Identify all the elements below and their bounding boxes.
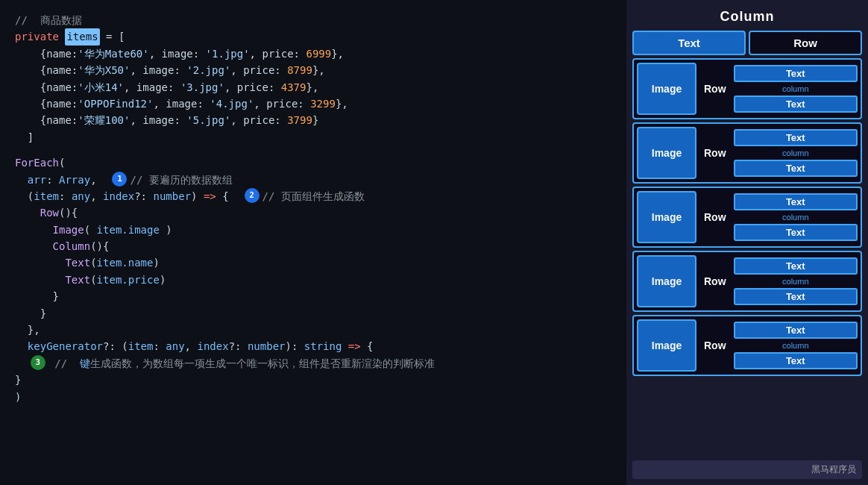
text-chip-price-2: Text: [734, 160, 858, 177]
code-key-comment: 3 // 键生成函数，为数组每一项生成一个唯一标识，组件是否重新渲染的判断标准: [15, 355, 611, 372]
badge-1: 1: [112, 172, 127, 187]
text-chip-name-3: Text: [734, 193, 858, 210]
column-box-5: Text column Text: [734, 322, 858, 369]
row-label-5: Row: [699, 340, 731, 351]
text-button[interactable]: Text: [632, 31, 746, 55]
code-line-comment1: // 商品数据: [15, 12, 611, 28]
ui-title: Column: [632, 6, 862, 31]
image-box-4: Image: [637, 255, 696, 307]
bottom-bar: 黑马程序员: [632, 460, 862, 479]
code-keygen: keyGenerator?: (item: any, index?: numbe…: [15, 338, 611, 354]
badge-2: 2: [245, 188, 260, 203]
row-button[interactable]: Row: [749, 31, 862, 55]
row-label-1: Row: [699, 83, 731, 95]
code-line-private: private items = [: [15, 28, 611, 45]
ui-panel: Column Text Row Image Row Text column Te…: [626, 0, 868, 485]
code-image: Image( item.image ): [15, 222, 611, 238]
badge-3: 3: [31, 355, 45, 370]
code-row-close: }: [15, 305, 611, 322]
column-box-2: Text column Text: [734, 129, 858, 177]
code-item-fn: (item: any, index?: number) => { 2 // 页面…: [15, 188, 611, 204]
text-chip-price-4: Text: [734, 288, 858, 305]
bottom-label: 黑马程序员: [811, 464, 856, 475]
kw-private: private: [15, 28, 65, 45]
column-label-5: column: [734, 341, 858, 350]
code-item-2: {name:'华为X50', image: '2.jpg', price: 87…: [15, 62, 611, 78]
code-item-4: {name:'OPPOFind12', image: '4.jpg', pric…: [15, 96, 611, 112]
product-row-1: Image Row Text column Text: [632, 58, 862, 119]
row-label-4: Row: [699, 275, 731, 287]
column-box-3: Text column Text: [734, 193, 858, 241]
product-row-2: Image Row Text column Text: [632, 122, 862, 184]
text-chip-name-1: Text: [734, 65, 858, 82]
product-row-3: Image Row Text column Text: [632, 187, 862, 248]
text-chip-price-3: Text: [734, 224, 858, 241]
column-label-1: column: [734, 84, 858, 93]
row-label-3: Row: [699, 211, 731, 223]
code-end1: }: [15, 372, 611, 388]
column-box-1: Text column Text: [734, 65, 858, 113]
column-label-3: column: [734, 213, 858, 222]
code-text-name: Text(item.name): [15, 254, 611, 271]
image-box-3: Image: [637, 191, 696, 243]
image-box-5: Image: [637, 319, 696, 372]
code-foreach-close: },: [15, 322, 611, 338]
code-item-5: {name:'荣耀100', image: '5.jpg', price: 37…: [15, 112, 611, 128]
code-panel: // 商品数据 private items = [ {name:'华为Mate6…: [0, 0, 626, 485]
var-items: items: [65, 28, 99, 45]
code-column-close: }: [15, 288, 611, 304]
code-bracket-close: ]: [15, 129, 611, 146]
code-item-1: {name:'华为Mate60', image: '1.jpg', price:…: [15, 46, 611, 62]
text-chip-name-5: Text: [734, 322, 858, 339]
column-label-2: column: [734, 148, 858, 157]
code-arr: arr: Array, 1 // 要遍历的数据数组: [15, 172, 611, 188]
column-label-4: column: [734, 277, 858, 286]
product-row-5: Image Row Text column Text: [632, 315, 862, 376]
row-label-2: Row: [699, 147, 731, 159]
code-text-price: Text(item.price): [15, 272, 611, 288]
text-chip-name-2: Text: [734, 129, 858, 146]
image-box-2: Image: [637, 127, 696, 179]
code-column-open: Column(){: [15, 238, 611, 254]
top-row: Text Row: [632, 31, 862, 55]
fn-foreach: ForEach: [15, 154, 59, 171]
code-item-3: {name:'小米14', image: '3.jpg', price: 437…: [15, 79, 611, 96]
text-chip-price-5: Text: [734, 352, 858, 369]
product-row-4: Image Row Text column Text: [632, 251, 862, 312]
code-end2: ): [15, 389, 611, 405]
code-foreach: ForEach(: [15, 154, 611, 171]
text-chip-name-4: Text: [734, 257, 858, 275]
column-box-4: Text column Text: [734, 257, 858, 305]
op-assign: = [: [100, 28, 125, 45]
code-row-open: Row(){: [15, 204, 611, 221]
comment1: // 商品数据: [15, 12, 82, 28]
text-chip-price-1: Text: [734, 96, 858, 113]
image-box-1: Image: [637, 63, 696, 115]
